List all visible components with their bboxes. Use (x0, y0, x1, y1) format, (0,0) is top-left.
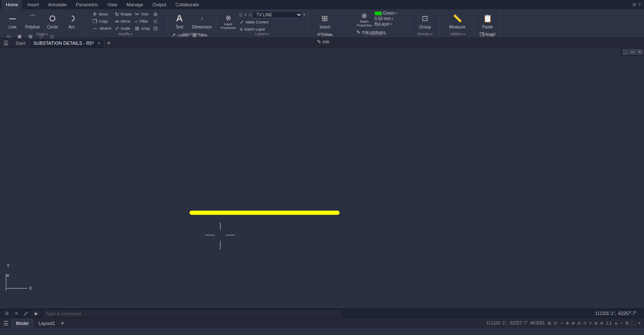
trim-button[interactable]: ✂ Trim (134, 11, 151, 18)
tab-model[interactable]: Model (11, 319, 33, 328)
explode-icon: ⊡ (153, 26, 158, 31)
erase-icon: ⊘ (153, 11, 158, 17)
tab-close-button[interactable]: ✕ (97, 41, 101, 46)
express-tools-icon: ⚙ (632, 2, 636, 8)
rotate-button[interactable]: ↻ Rotate (114, 11, 133, 18)
tab-parametric[interactable]: Parametric (72, 0, 102, 9)
erase-button[interactable]: ⊘ (152, 11, 160, 18)
draw-group-label: Draw ▾ (2, 32, 83, 36)
mirror-button[interactable]: ⇔ Mirror (114, 18, 133, 25)
arc-button[interactable]: Arc (62, 11, 81, 31)
clipboard-group-label: Clipboard (475, 32, 500, 36)
edit-block-button[interactable]: ✎ Edit (316, 39, 331, 45)
stretch-button[interactable]: ↔ Stretch (91, 25, 113, 32)
status-x-button[interactable]: ✕ (13, 311, 20, 316)
explode-button[interactable]: ⊡ (152, 25, 160, 32)
circle-button[interactable]: Circle (43, 11, 62, 31)
polar-button[interactable]: ⊕ (566, 321, 569, 325)
insert-button[interactable]: ⊞ Insert (316, 11, 334, 31)
ribbon-group-clipboard: 📋 Paste ❐ Copy Clipboard (475, 10, 500, 37)
yellow-line (190, 211, 340, 215)
osnap-button[interactable]: ⊗ (571, 321, 575, 325)
arc-icon (66, 13, 78, 24)
ortho-button[interactable]: ⊣ (559, 321, 563, 325)
new-layout-button[interactable]: + (60, 320, 64, 327)
make-current-icon: ✓ (240, 19, 244, 25)
snap-button[interactable]: ⊡ (553, 321, 557, 325)
axis-indicator: Y X ✕ (6, 263, 32, 296)
status-hamburger[interactable]: ☰ (3, 311, 10, 316)
fillet-button[interactable]: ⌐ Fillet (134, 18, 151, 25)
status-bar: ☰ ✕ 🖉 ▶ 111101'-1", -62257'-7" (0, 309, 644, 318)
polyline-button[interactable]: ⌒ Polyline (23, 11, 42, 31)
layer-dropdown[interactable]: TV LINE (252, 11, 303, 18)
tab-view[interactable]: View (103, 0, 122, 9)
command-input[interactable] (43, 310, 341, 317)
tab-home[interactable]: Home (2, 0, 22, 9)
settings-button[interactable]: ≡ (638, 321, 641, 325)
status-pen-button[interactable]: 🖉 (22, 311, 30, 316)
paste-button[interactable]: 📋 Paste (478, 11, 497, 31)
scale-icon: ⤢ (115, 26, 119, 31)
array-button[interactable]: ⊞ Array (134, 25, 151, 32)
line-button[interactable]: Line (3, 11, 22, 31)
workspace-button[interactable]: ⚙ (625, 321, 629, 325)
y-axis-label: Y (7, 263, 32, 268)
canvas-minimize-button[interactable]: _ (622, 49, 629, 55)
status-arrow-button[interactable]: ▶ (32, 311, 41, 316)
layer-properties-button[interactable]: ⊗ LayerProperties (219, 13, 237, 31)
otrack-button[interactable]: ⊘ (577, 321, 581, 325)
ribbon-group-modify: ✛ Move ❐ Copy ↔ Stretch ↻ Rotate ⇔ Mirro… (84, 10, 168, 37)
paste-icon: 📋 (482, 13, 493, 24)
color-dropdown-arrow[interactable]: ▾ (395, 12, 397, 15)
linetype-dropdown-arrow[interactable]: ▾ (391, 23, 392, 26)
coordinates-display: 111101'-1", -62257'-7" (344, 311, 641, 316)
scale-button[interactable]: ⤢ Scale (114, 25, 133, 32)
linetype-value: ByLayer (374, 22, 390, 26)
copy-icon: ❐ (93, 18, 97, 24)
new-tab-button[interactable]: + (107, 39, 111, 47)
qp-button[interactable]: ⊛ (594, 321, 597, 325)
help-icon: ? (638, 2, 641, 7)
make-current-button[interactable]: ✓ Make Current (239, 19, 270, 26)
canvas-close-button[interactable]: ✕ (636, 49, 643, 55)
measure-icon: 📏 (452, 13, 463, 24)
bottom-tab-bar: ☰ Model Layout1 + 111101'-1", -62257'-7"… (0, 318, 644, 328)
canvas-restore-button[interactable]: ▭ (629, 49, 636, 55)
polyline-icon: ⌒ (27, 13, 39, 24)
trim-icon: ✂ (135, 11, 139, 17)
dynmode-button[interactable]: ⊙ (583, 321, 587, 325)
match-properties-button[interactable]: ⊕ MatchProperties (355, 11, 374, 28)
tab-insert[interactable]: Insert (23, 0, 43, 9)
canvas-area[interactable]: _ ▭ ✕ Y X ✕ (0, 48, 644, 309)
zoom-out-button[interactable]: − (620, 321, 623, 325)
lwt-button[interactable]: ≡ (589, 321, 592, 325)
full-screen-button[interactable]: ⛶ (631, 321, 636, 325)
group-button[interactable]: ⊡ Group (416, 11, 434, 31)
group-icon: ⊡ (419, 13, 431, 24)
mirror-icon: ⇔ (115, 18, 119, 24)
tab-annotate[interactable]: Annotate (44, 0, 71, 9)
groups-group-label: Groups ▾ (410, 32, 439, 36)
copy-button[interactable]: ❐ Copy (91, 18, 113, 25)
color-swatch (374, 11, 382, 15)
zoom-in-button[interactable]: + (614, 320, 618, 327)
tab-output[interactable]: Output (148, 0, 171, 9)
measure-button[interactable]: 📏 Measure (447, 11, 468, 31)
move-button[interactable]: ✛ Move (91, 11, 113, 18)
tab-manage[interactable]: Manage (122, 0, 148, 9)
properties-group-label: Properties ▾ (343, 32, 409, 36)
text-button[interactable]: A Text (170, 11, 189, 31)
dimension-button[interactable]: ↕ Dimension (190, 11, 214, 31)
tab-collaborate[interactable]: Collaborate (171, 0, 203, 9)
offset-button[interactable]: ⊂ (152, 18, 160, 25)
sc-button[interactable]: ⊚ (600, 321, 603, 325)
canvas-window-controls: _ ▭ ✕ (621, 48, 644, 56)
dimension-icon: ↕ (196, 13, 208, 24)
grid-button[interactable]: ⊞ (548, 321, 551, 325)
layer-color-icons: ☰ ☀ ⊙ (239, 13, 252, 17)
lineweight-dropdown-arrow[interactable]: ▾ (392, 17, 393, 21)
layout-menu-button[interactable]: ☰ (3, 320, 9, 327)
tab-layout1[interactable]: Layout1 (34, 319, 60, 328)
offset-icon: ⊂ (153, 18, 158, 24)
